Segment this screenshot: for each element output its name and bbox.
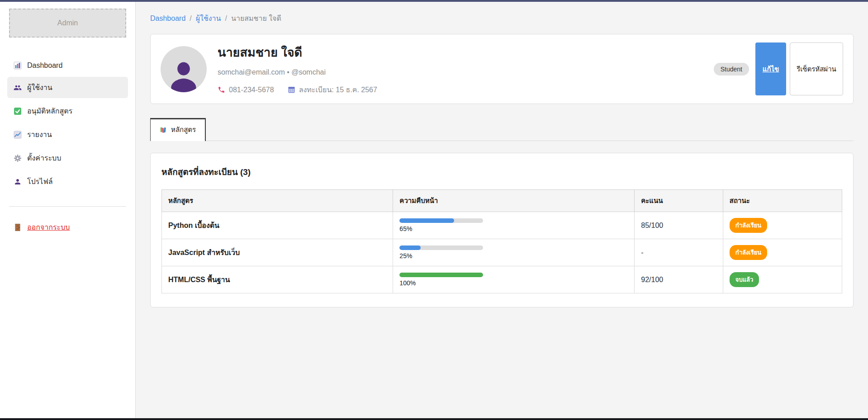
logout-label: ออกจากระบบ <box>27 222 70 233</box>
books-icon <box>160 126 167 133</box>
progress-fill <box>399 218 454 223</box>
course-name: JavaScript สำหรับเว็บ <box>168 249 240 256</box>
phone-icon <box>218 86 225 94</box>
flex-spacer <box>377 42 714 95</box>
column-header-progress: ความคืบหน้า <box>393 190 635 212</box>
progress-bar <box>399 245 483 250</box>
status-badge: กำลังเรียน <box>730 245 767 260</box>
edit-button[interactable]: แก้ไข <box>755 42 786 95</box>
column-header-status: สถานะ <box>723 190 842 212</box>
column-header-score: คะแนน <box>635 190 723 212</box>
profile-meta-row: 081-234-5678 ลงทะเบียน: 15 ธ.ค. 2567 <box>218 84 377 95</box>
sidebar-item-settings[interactable]: ตั้งค่าระบบ <box>7 147 128 169</box>
breadcrumb-separator: / <box>190 14 191 23</box>
main-content: Dashboard / ผู้ใช้งาน / นายสมชาย ใจดี นา… <box>136 2 868 418</box>
status-badge: กำลังเรียน <box>730 218 767 233</box>
bottom-accent-bar <box>0 418 868 420</box>
tab-bar: หลักสูตร <box>150 118 854 141</box>
sidebar-item-profile[interactable]: โปรไฟล์ <box>7 171 128 192</box>
course-name: HTML/CSS พื้นฐาน <box>168 276 230 283</box>
tab-courses-label: หลักสูตร <box>171 124 196 135</box>
table-row: Python เบื้องต้น 65% 85/100 กำลังเรียน <box>162 212 842 239</box>
sidebar-item-label: Dashboard <box>27 61 62 70</box>
table-row: JavaScript สำหรับเว็บ 25% - กำลังเรียน <box>162 239 842 266</box>
breadcrumb: Dashboard / ผู้ใช้งาน / นายสมชาย ใจดี <box>150 13 854 24</box>
dashboard-icon <box>14 61 22 70</box>
tab-courses[interactable]: หลักสูตร <box>150 118 206 141</box>
sidebar-item-users[interactable]: ผู้ใช้งาน <box>7 77 128 98</box>
brand-label: Admin <box>57 19 78 27</box>
enrolled-courses-card: หลักสูตรที่ลงทะเบียน (3) หลักสูตร ความคื… <box>150 153 854 307</box>
course-score: 85/100 <box>641 222 663 229</box>
section-title: หลักสูตรที่ลงทะเบียน (3) <box>161 165 842 179</box>
sidebar-item-label: ผู้ใช้งาน <box>27 82 52 93</box>
sidebar-nav: Dashboard ผู้ใช้งาน อนุมัติหลักสูตร รายง… <box>7 57 128 194</box>
calendar-icon <box>288 86 295 94</box>
profile-registered-date: ลงทะเบียน: 15 ธ.ค. 2567 <box>299 84 377 95</box>
table-row: HTML/CSS พื้นฐาน 100% 92/100 จบแล้ว <box>162 266 842 293</box>
progress-label: 25% <box>399 252 628 260</box>
courses-table: หลักสูตร ความคืบหน้า คะแนน สถานะ Python … <box>161 189 842 293</box>
breadcrumb-separator: / <box>225 14 227 23</box>
progress-bar <box>399 218 483 223</box>
progress-fill <box>399 273 483 277</box>
progress-bar <box>399 273 483 277</box>
progress-fill <box>399 245 420 250</box>
progress-label: 100% <box>399 279 628 287</box>
sidebar-item-approve-courses[interactable]: อนุมัติหลักสูตร <box>7 100 128 122</box>
logout-button[interactable]: ออกจากระบบ <box>7 217 128 238</box>
profile-email: somchai@email.com • @somchai <box>218 68 377 76</box>
door-icon <box>14 223 22 231</box>
settings-icon <box>14 154 22 162</box>
breadcrumb-link-users[interactable]: ผู้ใช้งาน <box>196 13 221 24</box>
user-profile-card: นายสมชาย ใจดี somchai@email.com • @somch… <box>150 34 854 104</box>
course-score: 92/100 <box>641 276 663 283</box>
sidebar-item-label: ตั้งค่าระบบ <box>27 152 61 164</box>
table-header-row: หลักสูตร ความคืบหน้า คะแนน สถานะ <box>162 190 842 212</box>
sidebar-item-label: รายงาน <box>27 129 52 140</box>
course-score: - <box>641 249 643 256</box>
approve-icon <box>14 107 22 115</box>
reset-password-button[interactable]: รีเซ็ตรหัสผ่าน <box>790 42 843 95</box>
reports-icon <box>14 131 22 139</box>
profile-phone: 081-234-5678 <box>229 86 274 94</box>
app-layout: Admin Dashboard ผู้ใช้งาน อนุมัติหลักสูต… <box>0 2 868 418</box>
profile-info: นายสมชาย ใจดี somchai@email.com • @somch… <box>218 42 377 95</box>
sidebar-divider <box>9 206 126 207</box>
breadcrumb-current: นายสมชาย ใจดี <box>231 13 281 24</box>
sidebar-item-label: อนุมัติหลักสูตร <box>27 105 72 117</box>
sidebar: Admin Dashboard ผู้ใช้งาน อนุมัติหลักสูต… <box>0 2 136 418</box>
profile-name: นายสมชาย ใจดี <box>218 42 377 62</box>
role-badge: Student <box>714 63 749 76</box>
course-name: Python เบื้องต้น <box>168 222 219 229</box>
users-icon <box>14 84 22 92</box>
sidebar-item-dashboard[interactable]: Dashboard <box>7 57 128 75</box>
status-badge: จบแล้ว <box>730 272 759 287</box>
column-header-course: หลักสูตร <box>162 190 393 212</box>
avatar <box>161 46 207 92</box>
brand-logo-placeholder: Admin <box>9 9 126 38</box>
progress-label: 65% <box>399 225 628 232</box>
sidebar-item-reports[interactable]: รายงาน <box>7 124 128 145</box>
breadcrumb-link-dashboard[interactable]: Dashboard <box>150 14 185 23</box>
profile-icon <box>14 178 22 186</box>
person-icon <box>166 57 201 92</box>
sidebar-item-label: โปรไฟล์ <box>27 176 53 187</box>
